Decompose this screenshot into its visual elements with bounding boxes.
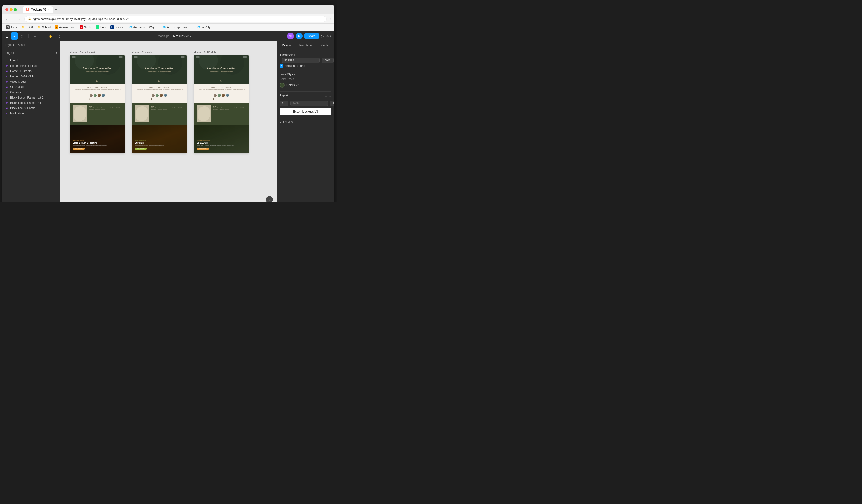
avatar-11 — [222, 94, 225, 97]
preview-row[interactable]: ▶ Preview — [280, 120, 331, 123]
scroll-indicator-3 — [220, 80, 222, 82]
mockup-hero-text-2: Intentional Communities Creating a famil… — [145, 67, 173, 72]
maximize-button[interactable] — [14, 8, 17, 11]
mockup-hero-title-3: Intentional Communities — [207, 67, 235, 70]
current-file-name[interactable]: Mockups V3 ▾ — [173, 35, 191, 38]
address-bar[interactable]: 🔒 figma.com/file/qOSW4aFDmAyuh7aPjwgC9q/… — [24, 16, 327, 22]
export-plus-button[interactable]: + — [329, 94, 331, 98]
bookmark-label: tota11y — [201, 26, 211, 29]
info-state-3: OHIO — [213, 105, 246, 107]
bookmark-netflix[interactable]: N Netflix — [78, 25, 93, 29]
bookmark-apps[interactable]: ⊞ Apps — [5, 25, 18, 29]
layer-label: Home - Black Locust — [10, 64, 37, 68]
mockup-frame-1[interactable]: BL ≡ Intentional Communities Creating a … — [70, 55, 125, 154]
component-icon: # — [5, 91, 9, 94]
minimize-button[interactable] — [10, 8, 13, 11]
user-avatar[interactable]: N — [296, 33, 303, 39]
bookmark-responsive[interactable]: 🌐 Am I Responsive B... — [161, 25, 194, 29]
local-styles-label: Local Styles — [280, 72, 331, 76]
active-browser-tab[interactable]: F Mockups V3 × — [23, 6, 53, 13]
background-color-input[interactable] — [282, 58, 319, 63]
export-suffix-input[interactable] — [290, 101, 328, 106]
figma-menu-button[interactable]: ☰ — [5, 34, 9, 39]
scroll-dot — [97, 81, 97, 81]
community-name-3: SuBAMUH — [197, 142, 234, 144]
tool-group-select: ▲ ⬚ — [11, 32, 26, 40]
background-color-swatch[interactable] — [280, 58, 280, 63]
comment-tool[interactable]: ◯ — [55, 32, 62, 40]
layer-label: Home - Currents — [10, 69, 31, 73]
canvas-area[interactable]: Home – Black Locust BL ≡ Intentional Com… — [60, 41, 277, 202]
breadcrumb-root[interactable]: Mockups — [158, 35, 169, 38]
forward-button[interactable]: › — [11, 16, 15, 22]
help-button[interactable]: ? — [266, 196, 273, 202]
layer-item-home-subamuh[interactable]: # Home - SuBAMUH — [2, 74, 60, 79]
layer-item-currents[interactable]: # Currents — [2, 90, 60, 95]
layer-item-navigation[interactable]: # Navigation — [2, 111, 60, 116]
bookmark-hulu[interactable]: H Hulu — [94, 25, 107, 29]
mockup-nav-logo-3: BL — [196, 56, 200, 58]
bookmark-school[interactable]: 📁 School — [36, 25, 52, 29]
layer-item-blf-alt2[interactable]: # Black Locust Farms - alt 2 — [2, 95, 60, 100]
browser-tabs: F Mockups V3 × + — [23, 6, 59, 13]
show-exports-checkbox[interactable]: ✓ — [280, 64, 283, 68]
mockup-avatars-2 — [136, 94, 183, 97]
layer-item-blf-alt[interactable]: # Black Locust Farms - alt — [2, 100, 60, 106]
bookmark-dosa[interactable]: 📁 DOSA — [20, 25, 35, 29]
tab-design[interactable]: Design — [277, 41, 296, 50]
mockup-info-text-3: OHIO Settlers at their home listings can… — [213, 105, 246, 122]
pen-tool[interactable]: ✏ — [31, 32, 39, 40]
layer-item-home-currents[interactable]: # Home - Currents — [2, 68, 60, 74]
hulu-icon: H — [96, 26, 99, 29]
share-button[interactable]: Share — [304, 33, 319, 39]
bookmark-archive[interactable]: 🌐 Archive with Wayb... — [128, 25, 160, 29]
text-tool[interactable]: T — [39, 32, 47, 40]
play-button[interactable]: ▷ — [321, 34, 324, 39]
browser-titlebar: F Mockups V3 × + — [2, 5, 334, 14]
hand-tool[interactable]: ✋ — [47, 32, 54, 40]
back-button[interactable]: ‹ — [5, 16, 9, 22]
tab-prototype[interactable]: Prototype — [296, 41, 315, 50]
background-opacity-input[interactable] — [322, 58, 334, 63]
bookmark-amazon[interactable]: a Amazon.com — [53, 25, 77, 29]
tab-close-button[interactable]: × — [48, 8, 50, 11]
tab-layers[interactable]: Layers — [5, 43, 14, 49]
new-tab-button[interactable]: + — [53, 7, 59, 13]
colors-v2-item[interactable]: Colors V2 — [280, 82, 331, 89]
avatar-2 — [94, 94, 97, 97]
export-scale-input[interactable] — [280, 101, 288, 106]
community-cta-2[interactable]: Explore Community → — [135, 148, 147, 149]
layer-item-line1[interactable]: — Line 1 — [2, 57, 60, 63]
select-tool[interactable]: ▲ — [11, 32, 18, 40]
bookmark-icon[interactable]: ☆ — [329, 17, 332, 21]
layer-label: Black Locust Farms - alt — [10, 101, 41, 105]
mockup-frame-2[interactable]: BL ≡ Intentional Communities Creating a … — [132, 55, 187, 154]
bookmark-label: Apps — [11, 26, 17, 29]
export-button[interactable]: Export Mockups V3 — [280, 108, 331, 115]
layer-item-video-modul[interactable]: # Video Modul — [2, 79, 60, 84]
figma-title: Mockups / Mockups V3 ▾ — [64, 35, 285, 38]
background-color-row: 👁 — [280, 58, 331, 63]
mockup-slider — [76, 98, 119, 99]
community-cta-3[interactable]: Explore Community → — [197, 148, 209, 149]
dot-9 — [245, 150, 246, 151]
reload-button[interactable]: ↻ — [17, 16, 22, 22]
layer-item-subamuh[interactable]: # SuBAMUH — [2, 84, 60, 90]
layer-item-blf[interactable]: # Black Locust Farms — [2, 106, 60, 111]
tab-code[interactable]: Code — [315, 41, 334, 50]
close-button[interactable] — [5, 8, 8, 11]
frame-tool[interactable]: ⬚ — [18, 32, 26, 40]
tab-favicon: F — [26, 8, 29, 11]
bookmark-disney[interactable]: D+ Disney+ — [109, 25, 126, 29]
mockup-frame-3[interactable]: BL ≡ Intentional Communities Creating a … — [194, 55, 249, 154]
export-format-select[interactable]: PNG JPG SVG PDF — [330, 101, 334, 106]
community-cta[interactable]: Explore Community → — [73, 148, 85, 149]
preview-label: Preview — [283, 120, 293, 123]
line-icon: — — [5, 58, 9, 62]
background-section: Background 👁 ✓ Show in exports — [280, 53, 331, 68]
bookmark-tota11y[interactable]: 🌐 tota11y — [196, 25, 212, 29]
layer-item-home-black-locust[interactable]: # Home - Black Locust — [2, 63, 60, 68]
zoom-indicator[interactable]: 25% — [326, 35, 331, 38]
tab-assets[interactable]: Assets — [18, 43, 26, 49]
export-minus-button[interactable]: − — [325, 94, 327, 98]
